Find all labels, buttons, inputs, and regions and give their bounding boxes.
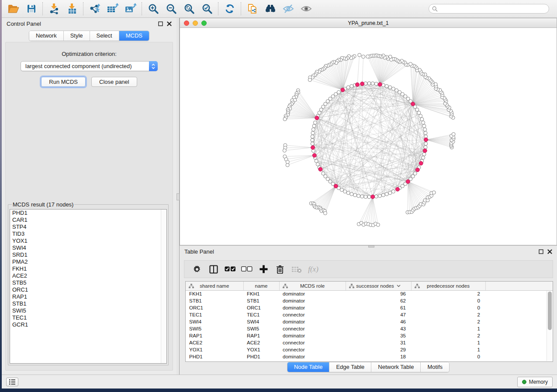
graph-node[interactable]: [423, 128, 427, 131]
graph-dominator-node[interactable]: [371, 195, 375, 199]
mcds-result-item[interactable]: GCR1: [10, 321, 166, 328]
graph-dominator-node[interactable]: [423, 149, 427, 153]
graph-node[interactable]: [378, 194, 381, 198]
graph-node[interactable]: [391, 190, 395, 193]
graph-dominator-node[interactable]: [311, 145, 315, 149]
graph-node[interactable]: [422, 121, 425, 124]
tab-mcds[interactable]: MCDS: [119, 31, 149, 41]
graph-node[interactable]: [420, 117, 424, 121]
splitter-handle[interactable]: [176, 193, 180, 200]
mcds-result-item[interactable]: TID3: [10, 230, 166, 237]
graph-node[interactable]: [371, 82, 374, 85]
graph-node[interactable]: [311, 135, 314, 138]
graph-dominator-node[interactable]: [312, 153, 316, 157]
float-panel-icon[interactable]: [158, 21, 163, 26]
float-panel-icon[interactable]: [539, 249, 543, 254]
graph-node[interactable]: [388, 191, 392, 195]
graph-node[interactable]: [353, 193, 357, 197]
network-titlebar[interactable]: YPA_prune.txt_1: [180, 18, 557, 28]
column-header-mcds-role[interactable]: MCDS role: [279, 282, 346, 290]
table-row[interactable]: PHD1PHD1dominator180: [186, 353, 553, 360]
table-row[interactable]: SWI4SWI4dominator462: [186, 318, 553, 325]
graph-node[interactable]: [422, 124, 426, 128]
graph-node[interactable]: [385, 193, 388, 196]
graph-node[interactable]: [286, 163, 289, 167]
graph-node[interactable]: [367, 195, 371, 199]
mcds-result-item[interactable]: YOX1: [10, 237, 166, 244]
graph-node[interactable]: [312, 124, 316, 128]
table-row[interactable]: SWI5SWI5connector431: [186, 325, 553, 332]
tab-node-table[interactable]: Node Table: [287, 362, 330, 372]
table-scrollbar[interactable]: [547, 291, 552, 361]
graph-dominator-node[interactable]: [396, 187, 400, 191]
table-row[interactable]: YOX1YOX1connector291: [186, 346, 553, 353]
graph-node[interactable]: [343, 190, 347, 193]
graph-dominator-node[interactable]: [415, 168, 419, 172]
graph-node[interactable]: [340, 188, 343, 192]
zoom-selected-button[interactable]: [198, 1, 216, 16]
graph-dominator-node[interactable]: [334, 184, 338, 188]
graph-dominator-node[interactable]: [360, 82, 364, 86]
table-row[interactable]: FKH1FKH1dominator962: [186, 290, 553, 297]
export-table-button[interactable]: [104, 1, 121, 16]
graph-node[interactable]: [424, 131, 427, 135]
graph-dominator-node[interactable]: [419, 162, 423, 165]
deselect-all-rows-button[interactable]: [239, 262, 255, 277]
graph-node[interactable]: [391, 87, 395, 90]
graph-dominator-node[interactable]: [341, 88, 345, 92]
graph-node[interactable]: [432, 191, 436, 194]
graph-node[interactable]: [316, 162, 319, 166]
horizontal-splitter-handle[interactable]: [368, 245, 374, 248]
graph-dominator-node[interactable]: [318, 167, 322, 171]
graph-node[interactable]: [311, 131, 315, 135]
select-all-rows-button[interactable]: [222, 262, 239, 277]
show-task-history-button[interactable]: [6, 378, 18, 386]
graph-node[interactable]: [318, 111, 321, 114]
mcds-result-item[interactable]: ORC1: [10, 286, 166, 293]
graph-node[interactable]: [311, 128, 315, 131]
graph-node[interactable]: [358, 53, 361, 57]
tab-network[interactable]: Network: [29, 31, 64, 41]
graph-node[interactable]: [419, 114, 422, 118]
graph-node[interactable]: [452, 132, 455, 136]
column-header-shared-name[interactable]: shared name: [186, 282, 243, 290]
mcds-result-item[interactable]: ACE2: [10, 272, 166, 279]
graph-node[interactable]: [381, 193, 385, 197]
close-panel-button[interactable]: Close panel: [91, 77, 137, 87]
graph-node[interactable]: [366, 55, 370, 58]
table-row[interactable]: TEC1TEC1connector472: [186, 311, 553, 318]
mcds-result-item[interactable]: CAR1: [10, 217, 166, 224]
graph-node[interactable]: [311, 138, 314, 142]
graph-node[interactable]: [283, 117, 287, 121]
graph-dominator-node[interactable]: [406, 179, 410, 183]
run-mcds-button[interactable]: Run MCDS: [41, 77, 86, 87]
graph-node[interactable]: [346, 191, 350, 195]
graph-node[interactable]: [374, 195, 378, 198]
graph-node[interactable]: [422, 156, 425, 159]
import-network-button[interactable]: [45, 1, 63, 16]
column-header-name[interactable]: name: [243, 282, 279, 290]
open-session-button[interactable]: [4, 1, 22, 16]
table-row[interactable]: STB1STB1dominator620: [186, 297, 553, 304]
mcds-result-item[interactable]: PHD1: [10, 210, 166, 217]
close-panel-icon[interactable]: [547, 249, 552, 254]
clone-network-button[interactable]: [243, 1, 261, 16]
first-neighbors-button[interactable]: [261, 1, 279, 16]
graph-node[interactable]: [362, 55, 365, 58]
mcds-result-item[interactable]: STB1: [10, 300, 166, 307]
graph-node[interactable]: [313, 121, 317, 124]
close-panel-icon[interactable]: [167, 21, 172, 26]
mcds-result-listbox[interactable]: PHD1CAR1STP4TID3YOX1SWI4SRD1PMA2FKH1ACE2…: [10, 209, 167, 364]
tab-network-table[interactable]: Network Table: [371, 362, 421, 372]
mcds-result-item[interactable]: SWI4: [10, 244, 166, 251]
tab-select[interactable]: Select: [90, 31, 119, 41]
graph-dominator-node[interactable]: [315, 116, 319, 120]
graph-node[interactable]: [409, 62, 412, 66]
mcds-result-item[interactable]: SRD1: [10, 251, 166, 258]
hide-selected-button[interactable]: [279, 1, 297, 16]
graph-dominator-node[interactable]: [424, 138, 428, 142]
graph-node[interactable]: [350, 84, 353, 88]
network-graph[interactable]: [180, 28, 557, 244]
create-column-button[interactable]: [255, 262, 272, 277]
graph-node[interactable]: [422, 152, 426, 156]
